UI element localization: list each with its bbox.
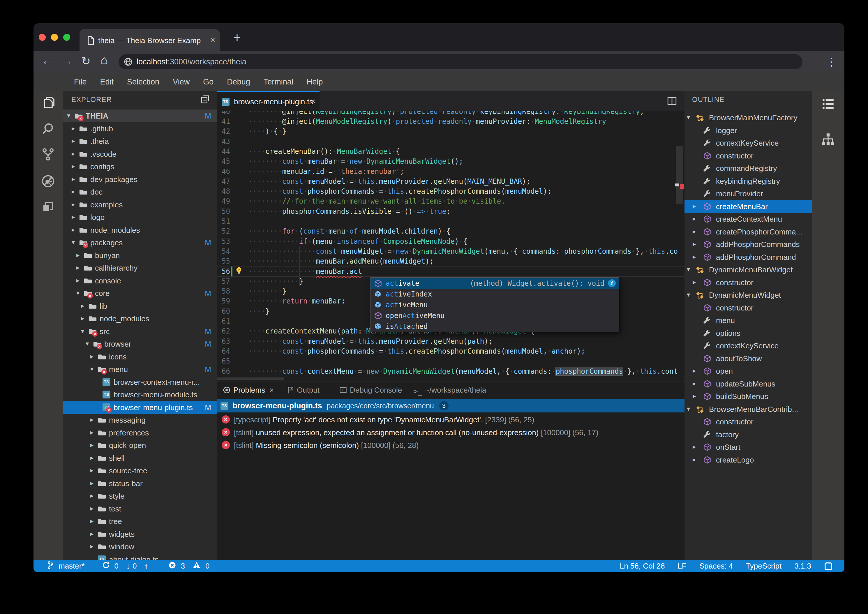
menubar-item-terminal[interactable]: Terminal (257, 78, 300, 87)
search-icon[interactable] (41, 122, 55, 136)
code-editor[interactable]: 40········@inject(KeybindingRegistry)·pr… (217, 111, 685, 381)
chevron-right-icon[interactable]: ▸ (72, 188, 75, 195)
chevron-right-icon[interactable]: ▸ (693, 253, 696, 261)
outline-row-constructor[interactable]: constructor (685, 416, 812, 428)
tree-row-browser-menu-module-ts[interactable]: TSbrowser-menu-module.ts (63, 388, 217, 401)
outline-row-logger[interactable]: logger (685, 124, 812, 137)
status-right-0[interactable]: Ln 56, Col 28 (620, 561, 665, 571)
outline-row-addphosphorcommand[interactable]: ▸addPhosphorCommand (685, 251, 812, 264)
editor-hscrollbar-thumb[interactable] (217, 377, 284, 380)
tree-row-configs[interactable]: ▸configs (63, 160, 217, 173)
chevron-right-icon[interactable]: ▸ (693, 380, 696, 388)
chevron-right-icon[interactable]: ▸ (76, 277, 79, 284)
status-sync[interactable]: 0 (102, 561, 119, 571)
back-icon[interactable]: ← (42, 55, 53, 67)
chevron-right-icon[interactable]: ▸ (90, 353, 93, 360)
code-line-53[interactable]: 53············if·(menu·instanceof·Compos… (217, 237, 685, 247)
problem-row[interactable]: ×[typescript] Property 'act' does not ex… (217, 413, 685, 426)
tree-row--vscode[interactable]: ▸.vscode (63, 148, 217, 160)
chevron-down-icon[interactable]: ▾ (90, 365, 93, 373)
chevron-right-icon[interactable]: ▸ (72, 213, 75, 221)
outline-row-createmenubar[interactable]: ▸createMenuBar (685, 200, 812, 213)
browser-menu-icon[interactable]: ⋮ (826, 55, 837, 68)
code-line-47[interactable]: 47········const·menuModel·=·this.menuPro… (217, 177, 685, 187)
reload-icon[interactable]: ↻ (81, 55, 91, 68)
outline-row-updatesubmenus[interactable]: ▸updateSubMenus (685, 377, 812, 390)
status-branch[interactable]: master* (47, 561, 85, 571)
tree-row--github[interactable]: ▸.github (63, 122, 217, 135)
menubar-item-go[interactable]: Go (196, 78, 220, 87)
code-line-51[interactable]: 51 (217, 216, 685, 226)
chevron-down-icon[interactable]: ▾ (687, 291, 690, 299)
chevron-right-icon[interactable]: ▸ (90, 505, 93, 512)
code-line-40[interactable]: 40········@inject(KeybindingRegistry)·pr… (217, 111, 685, 117)
outline-row-createcontextmenu[interactable]: ▸createContextMenu (685, 212, 812, 225)
outline-row-contextkeyservice[interactable]: contextKeyService (685, 136, 812, 149)
chevron-right-icon[interactable]: ▸ (72, 163, 75, 170)
code-line-52[interactable]: 52········for·(const·menu·of·menuModel.c… (217, 226, 685, 237)
tree-row-window[interactable]: ▸window (63, 540, 217, 553)
tree-row-style[interactable]: ▸style (63, 490, 217, 502)
tab-close-icon[interactable]: × (210, 35, 215, 45)
code-line-46[interactable]: 46········menuBar.id·=·'theia:menubar'; (217, 167, 685, 177)
tree-row-tree[interactable]: ▸tree (63, 515, 217, 528)
status-arrow-down[interactable]: ↓0 (126, 561, 136, 571)
tree-row-node-modules[interactable]: ▸node_modules (63, 224, 217, 237)
home-icon[interactable]: ⌂ (101, 53, 108, 67)
status-right-4[interactable]: 3.1.3 (794, 561, 811, 571)
tree-row-test[interactable]: ▸test (63, 502, 217, 515)
site-info-icon[interactable] (124, 57, 133, 66)
chevron-right-icon[interactable]: ▸ (693, 456, 696, 464)
tree-row-icons[interactable]: ▸icons (63, 350, 217, 363)
chevron-right-icon[interactable]: ▸ (81, 315, 84, 322)
outline-row-menu[interactable]: menu (685, 314, 812, 327)
tree-row-bunyan[interactable]: ▸bunyan (63, 249, 217, 262)
tree-row-console[interactable]: ▸console (63, 274, 217, 287)
menubar-item-selection[interactable]: Selection (120, 78, 166, 87)
panel-tab--workspace-theia[interactable]: >_~/workspace/theia (414, 386, 486, 396)
tree-row-dev-packages[interactable]: ▸dev-packages (63, 173, 217, 186)
status-right-1[interactable]: LF (677, 561, 686, 571)
chevron-right-icon[interactable]: ▸ (90, 467, 93, 474)
code-line-49[interactable]: 49········//·for·the·main·menu·we·want·a… (217, 196, 685, 206)
debug-disabled-icon[interactable] (41, 174, 55, 188)
panel-tab-close-icon[interactable]: × (270, 386, 274, 394)
status-error-circle[interactable]: 3 (168, 561, 185, 571)
chevron-down-icon[interactable]: ▾ (86, 340, 89, 347)
suggest-item-isAttached[interactable]: isAttached (370, 321, 618, 332)
feedback-icon[interactable] (824, 562, 833, 571)
chevron-right-icon[interactable]: ▸ (693, 392, 696, 400)
tree-row-logo[interactable]: ▸logo (63, 211, 217, 224)
chevron-down-icon[interactable]: ▾ (687, 113, 690, 121)
problems-file-group-row[interactable]: TS browser-menu-plugin.ts packages/core/… (217, 399, 685, 412)
outline-row-menuprovider[interactable]: menuProvider (685, 187, 812, 200)
outline-row-constructor[interactable]: ▸constructor (685, 276, 812, 289)
tree-row-theia[interactable]: ▾THEIA×M (63, 110, 217, 122)
chevron-down-icon[interactable]: ▾ (67, 112, 70, 119)
code-line-41[interactable]: 41········@inject(MenuModelRegistry)·pro… (217, 116, 685, 127)
status-arrow-up[interactable]: ↑ (144, 561, 151, 571)
tree-row-browser-context-menu-r-[interactable]: TSbrowser-context-menu-r... (63, 376, 217, 389)
code-line-44[interactable]: 44····createMenuBar():·MenuBarWidget·{ (217, 147, 685, 157)
hierarchy-view-icon[interactable] (821, 132, 835, 147)
code-line-45[interactable]: 45········const·menuBar·=·new·DynamicMen… (217, 157, 685, 167)
editor-tab-close-icon[interactable]: × (311, 97, 315, 106)
menubar-item-edit[interactable]: Edit (93, 78, 121, 87)
outline-row-browsermainmenufactory[interactable]: ▾BrowserMainMenuFactory (685, 111, 812, 124)
panel-tab-problems[interactable]: Problems× (223, 386, 274, 396)
tree-row-browser-menu-plugin-ts[interactable]: TSbrowser-menu-plugin.ts×M (63, 401, 217, 414)
menubar-item-view[interactable]: View (166, 78, 196, 87)
code-line-54[interactable]: 54················const·menuWidget·=·new… (217, 247, 685, 257)
tree-row-quick-open[interactable]: ▸quick-open (63, 439, 217, 452)
git-icon[interactable] (41, 147, 55, 161)
outline-row-dynamicmenuwidget[interactable]: ▾DynamicMenuWidget (685, 288, 812, 301)
tree-row-packages[interactable]: ▾packages×M (63, 236, 217, 249)
collapse-all-icon[interactable] (201, 95, 209, 104)
split-editor-icon[interactable] (667, 96, 677, 106)
chevron-right-icon[interactable]: ▸ (90, 492, 93, 499)
outline-row-open[interactable]: ▸open (685, 365, 812, 377)
outline-row-options[interactable]: options (685, 327, 812, 340)
chevron-right-icon[interactable]: ▸ (693, 279, 696, 286)
tree-row-messaging[interactable]: ▸messaging (63, 414, 217, 426)
tree-row-node-modules[interactable]: ▸node_modules (63, 312, 217, 325)
